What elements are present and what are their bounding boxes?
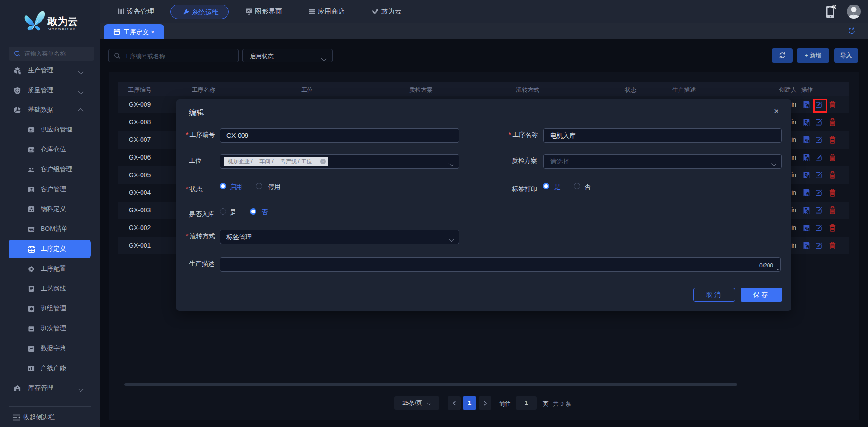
svg-text:BOM: BOM [30, 230, 34, 232]
